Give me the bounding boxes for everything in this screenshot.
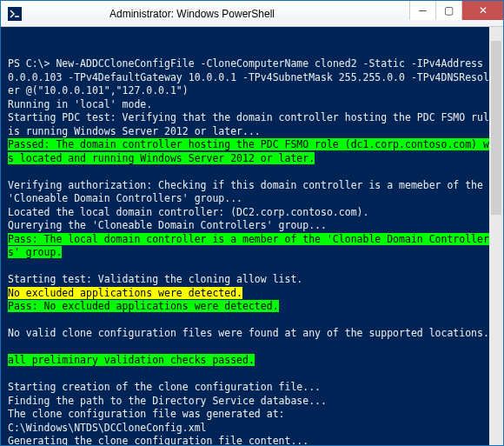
output-line: Generating the clone configuration file … <box>8 435 308 445</box>
pass-line: all preliminary validation checks passed… <box>8 354 255 366</box>
warn-line: No excluded applications were detected. <box>8 287 242 299</box>
output-line: No valid clone configuration files were … <box>8 327 489 339</box>
prompt: PS C:\> <box>8 57 56 70</box>
maximize-button[interactable]: ▢ <box>435 1 461 20</box>
close-button[interactable]: ✕ <box>461 1 503 20</box>
pass-line: Pass: No excluded applications were dete… <box>8 300 279 312</box>
output-line: The clone configuration file was generat… <box>8 408 285 420</box>
output-line: Starting PDC test: Verifying that the do… <box>8 111 501 137</box>
window-title: Administrator: Windows PowerShell <box>0 8 409 20</box>
pass-line: Passed: The domain controller hosting th… <box>8 138 495 164</box>
output-line: Verifying authorization: Checking if thi… <box>8 179 489 205</box>
pass-line: Pass: The local domain controller is a m… <box>8 233 489 259</box>
scrollbar-thumb[interactable] <box>491 41 501 215</box>
output-line: Starting test: Validating the cloning al… <box>8 273 302 285</box>
window-controls: ─ ▢ ✕ <box>409 1 503 20</box>
output-line: Located the local domain controller: (DC… <box>8 206 368 218</box>
output-line: C:\Windows\NTDS\DCCloneConfig.xml <box>8 422 206 434</box>
titlebar[interactable]: Administrator: Windows PowerShell ─ ▢ ✕ <box>1 1 503 27</box>
command-text: New-ADDCCloneConfigFile -CloneComputerNa… <box>8 57 495 97</box>
powershell-window: Administrator: Windows PowerShell ─ ▢ ✕ … <box>0 0 504 446</box>
minimize-button[interactable]: ─ <box>409 1 435 20</box>
output-line: Finding the path to the Directory Servic… <box>8 395 327 407</box>
output-line: Running in 'local' mode. <box>8 98 152 110</box>
console-output[interactable]: PS C:\> New-ADDCCloneConfigFile -CloneCo… <box>1 27 503 445</box>
output-line: Qurerying the 'Cloneable Domain Controll… <box>8 219 327 231</box>
output-line: Starting creation of the clone configura… <box>8 381 321 393</box>
